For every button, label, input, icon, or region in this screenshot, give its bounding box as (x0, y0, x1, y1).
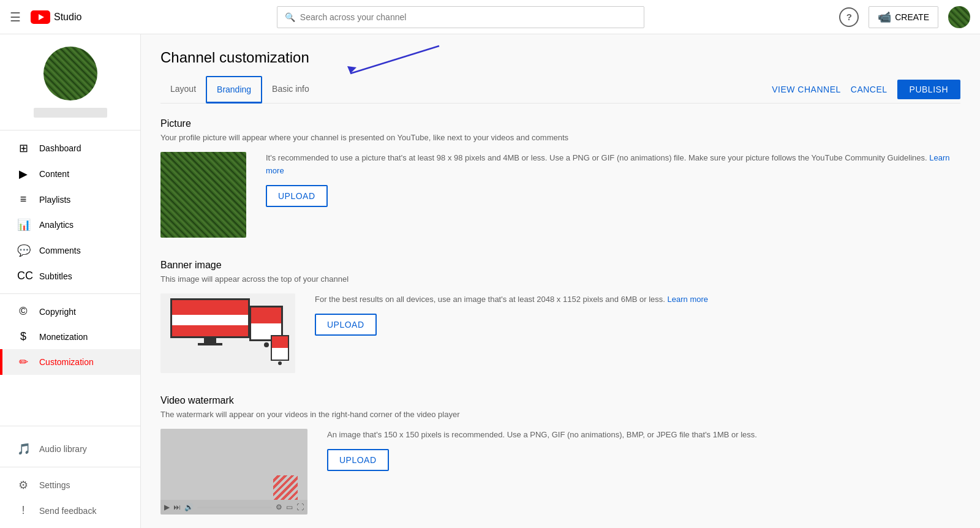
sidebar-item-label: Copyright (39, 307, 76, 317)
topbar-left: ☰ Studio (10, 10, 81, 25)
sidebar-item-label: Settings (39, 480, 70, 490)
sidebar-footer: 🎵 Audio library ⚙ Settings ! Send feedba… (0, 431, 140, 528)
sidebar-item-dashboard[interactable]: ⊞ Dashboard (0, 135, 140, 161)
dashboard-icon: ⊞ (17, 141, 29, 155)
picture-section-title: Picture (160, 118, 960, 129)
publish-button[interactable]: PUBLISH (897, 80, 960, 99)
sidebar-item-label: Playlists (39, 195, 70, 205)
analytics-icon: 📊 (17, 218, 29, 232)
monitor-base (198, 343, 222, 345)
sidebar-item-send-feedback[interactable]: ! Send feedback (0, 498, 140, 523)
tabs-row: Layout Branding Basic info VIEW CHANNEL … (160, 76, 960, 104)
sidebar-item-audio-library[interactable]: 🎵 Audio library (0, 436, 140, 462)
main-content: Channel customization Layout Branding Ba… (141, 34, 980, 528)
settings-icon: ⚙ (17, 478, 29, 492)
playlists-icon: ≡ (17, 193, 29, 206)
banner-upload-button[interactable]: UPLOAD (315, 314, 377, 336)
tablet-banner (251, 307, 281, 323)
watermark-upload-button[interactable]: UPLOAD (327, 449, 389, 471)
customization-icon: ✏ (17, 355, 29, 369)
sidebar-item-copyright[interactable]: © Copyright (0, 299, 140, 324)
comments-icon: 💬 (17, 244, 29, 257)
sidebar-item-label: Send feedback (39, 506, 96, 516)
help-button[interactable]: ? (839, 7, 859, 27)
watermark-upload-description: An image that's 150 x 150 pixels is reco… (327, 429, 960, 442)
banner-section-title: Banner image (160, 260, 960, 271)
watermark-diag-icon (273, 475, 298, 500)
picture-upload-row: It's recommended to use a picture that's… (160, 152, 960, 238)
svg-line-2 (350, 46, 439, 74)
feedback-icon: ! (17, 504, 29, 517)
banner-devices-illustration (160, 293, 295, 373)
monitor-screen (170, 298, 250, 338)
tabs-actions: VIEW CHANNEL CANCEL PUBLISH (772, 80, 960, 99)
watermark-section-title: Video watermark (160, 395, 960, 406)
studio-label: Studio (54, 12, 81, 23)
channel-avatar[interactable] (43, 47, 97, 100)
sidebar-item-monetization[interactable]: $ Monetization (0, 324, 140, 349)
picture-section: Picture Your profile picture will appear… (160, 118, 960, 238)
banner-upload-description: For the best results on all devices, use… (315, 293, 960, 306)
sidebar-item-settings[interactable]: ⚙ Settings (0, 472, 140, 498)
footer-divider (0, 467, 140, 467)
fullscreen-icon[interactable]: ⛶ (296, 503, 304, 511)
phone-screen (271, 335, 289, 361)
banner-learn-more-link[interactable]: Learn more (668, 295, 708, 304)
hamburger-menu-icon[interactable]: ☰ (10, 10, 21, 25)
tab-branding[interactable]: Branding (206, 76, 262, 104)
picture-section-desc: Your profile picture will appear where y… (160, 133, 960, 142)
sidebar-item-label: Dashboard (39, 143, 81, 153)
picture-upload-description: It's recommended to use a picture that's… (266, 152, 960, 178)
theater-icon[interactable]: ▭ (286, 503, 293, 511)
search-icon: 🔍 (285, 12, 295, 22)
sidebar-item-label: Subtitles (39, 271, 72, 281)
tab-layout[interactable]: Layout (160, 77, 206, 103)
picture-upload-button[interactable]: UPLOAD (266, 185, 328, 207)
banner-section: Banner image This image will appear acro… (160, 260, 960, 373)
watermark-player-preview: ▶ ⏭ 🔊 ⚙ ▭ ⛶ (160, 429, 307, 515)
sidebar-item-customization[interactable]: ✏ Customization (0, 349, 140, 375)
view-channel-button[interactable]: VIEW CHANNEL (772, 85, 841, 94)
phone-banner (272, 336, 288, 348)
phone-device (271, 335, 289, 366)
sidebar: ⊞ Dashboard ▶ Content ≡ Playlists 📊 Anal… (0, 34, 141, 528)
sidebar-item-content[interactable]: ▶ Content (0, 161, 140, 187)
banner-white-mid (172, 315, 248, 326)
banner-red-top (172, 300, 248, 315)
sidebar-item-subtitles[interactable]: CC Subtitles (0, 263, 140, 289)
play-icon[interactable]: ▶ (164, 503, 170, 511)
banner-section-desc: This image will appear across the top of… (160, 274, 960, 284)
sidebar-item-playlists[interactable]: ≡ Playlists (0, 187, 140, 212)
subtitles-icon: CC (17, 270, 29, 282)
tablet-button (264, 342, 269, 347)
sidebar-item-label: Analytics (39, 220, 74, 230)
logo-area: Studio (31, 10, 81, 24)
avatar[interactable] (948, 6, 970, 28)
profile-picture-preview (160, 152, 246, 238)
watermark-player: ▶ ⏭ 🔊 ⚙ ▭ ⛶ (160, 429, 307, 515)
search-bar[interactable]: 🔍 (277, 6, 644, 28)
create-video-icon: 📹 (878, 10, 891, 24)
tab-basic-info[interactable]: Basic info (262, 77, 319, 103)
sidebar-item-label: Audio library (39, 444, 87, 454)
create-button[interactable]: 📹 CREATE (869, 6, 938, 28)
search-area: 🔍 (81, 6, 839, 28)
create-label: CREATE (895, 12, 929, 22)
sidebar-item-label: Comments (39, 246, 81, 255)
main-layout: ⊞ Dashboard ▶ Content ≡ Playlists 📊 Anal… (0, 34, 980, 528)
watermark-upload-info: An image that's 150 x 150 pixels is reco… (327, 429, 960, 471)
search-input[interactable] (300, 12, 636, 22)
picture-upload-info: It's recommended to use a picture that's… (266, 152, 960, 207)
sidebar-item-comments[interactable]: 💬 Comments (0, 238, 140, 263)
volume-icon[interactable]: 🔊 (184, 503, 194, 511)
content-icon: ▶ (17, 167, 29, 181)
cancel-button[interactable]: CANCEL (851, 85, 888, 94)
player-progress-bar[interactable] (197, 507, 272, 508)
title-row: Channel customization (160, 49, 960, 76)
svg-marker-3 (347, 66, 356, 74)
skip-icon[interactable]: ⏭ (173, 503, 181, 511)
sidebar-item-analytics[interactable]: 📊 Analytics (0, 212, 140, 238)
settings-icon[interactable]: ⚙ (276, 503, 282, 511)
channel-info (0, 34, 140, 130)
watermark-section: Video watermark The watermark will appea… (160, 395, 960, 515)
